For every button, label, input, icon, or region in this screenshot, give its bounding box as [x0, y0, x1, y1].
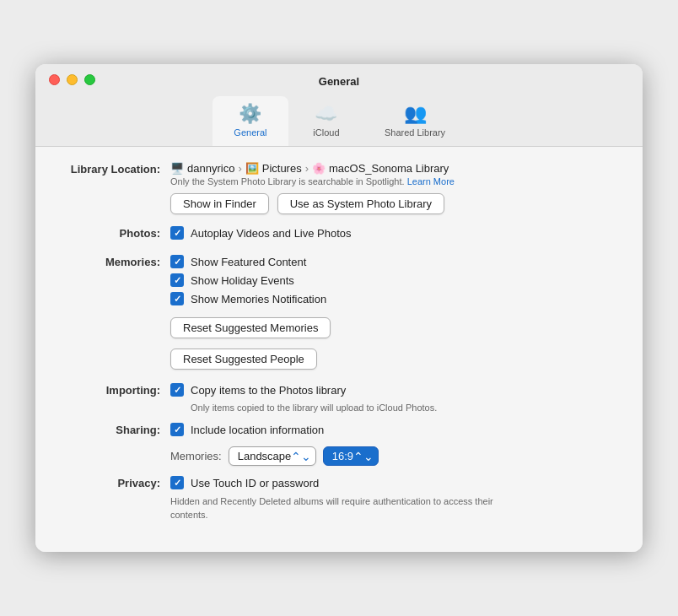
breadcrumb-item-pictures: 🖼️ Pictures	[245, 162, 302, 175]
sharing-memories-sublabel: Memories:	[170, 450, 222, 462]
learn-more-link[interactable]: Learn More	[407, 176, 455, 186]
icloud-icon: ☁️	[315, 103, 337, 125]
sharing-label: Sharing:	[61, 423, 170, 436]
tab-icloud[interactable]: ☁️ iCloud	[288, 96, 364, 146]
holiday-checkbox[interactable]	[170, 273, 184, 287]
library-button-row: Show in Finder Use as System Photo Libra…	[170, 193, 617, 214]
copy-subtext: Only items copied to the library will up…	[191, 403, 617, 413]
photos-content: Autoplay Videos and Live Photos	[170, 226, 617, 245]
sharing-memories-row: Memories: Landscape Portrait Square ⌃⌄ 1…	[170, 446, 617, 466]
shared-library-icon: 👥	[404, 103, 427, 125]
ratio-select[interactable]: 16:9 4:3 1:1	[323, 446, 379, 466]
photos-row: Photos: Autoplay Videos and Live Photos	[61, 226, 617, 245]
tab-general-label: General	[234, 127, 266, 138]
featured-checkbox[interactable]	[170, 255, 184, 268]
location-checkbox-row: Include location information	[170, 423, 617, 436]
breadcrumb: 🖥️ dannyrico › 🖼️ Pictures › 🌸 macOS_Son…	[170, 162, 617, 175]
copy-checkbox-row: Copy items to the Photos library	[170, 383, 617, 397]
featured-label: Show Featured Content	[191, 256, 306, 268]
use-as-system-button[interactable]: Use as System Photo Library	[277, 193, 444, 214]
importing-label: Importing:	[61, 383, 170, 397]
importing-row: Importing: Copy items to the Photos libr…	[61, 383, 617, 413]
notification-checkbox-row: Show Memories Notification	[170, 292, 617, 305]
user-folder-icon: 🖥️	[170, 162, 184, 175]
titlebar: General ⚙️ General ☁️ iCloud 👥 Shared Li…	[35, 64, 643, 147]
library-location-label: Library Location:	[61, 162, 170, 176]
memories-content: Show Featured Content Show Holiday Event…	[170, 255, 617, 373]
window-title: General	[49, 75, 629, 88]
photos-label: Photos:	[61, 226, 170, 240]
featured-checkbox-row: Show Featured Content	[170, 255, 617, 268]
reset-people-button[interactable]: Reset Suggested People	[170, 349, 317, 370]
breadcrumb-library: macOS_Sonoma Library	[329, 162, 449, 175]
memories-label: Memories:	[61, 255, 170, 268]
tab-icloud-label: iCloud	[313, 127, 339, 138]
tab-shared-library-label: Shared Library	[385, 127, 445, 138]
touch-id-label: Use Touch ID or password	[191, 477, 319, 489]
touch-id-subtext: Hidden and Recently Deleted albums will …	[170, 495, 533, 521]
memories-button-row: Reset Suggested Memories	[170, 317, 617, 338]
content-area: Library Location: 🖥️ dannyrico › 🖼️ Pict…	[35, 147, 643, 552]
holiday-checkbox-row: Show Holiday Events	[170, 273, 617, 287]
library-location-content: 🖥️ dannyrico › 🖼️ Pictures › 🌸 macOS_Son…	[170, 162, 617, 218]
general-icon: ⚙️	[239, 103, 261, 125]
privacy-row: Privacy: Use Touch ID or password Hidden…	[61, 476, 617, 521]
autoplay-checkbox-row: Autoplay Videos and Live Photos	[170, 226, 617, 240]
toolbar: ⚙️ General ☁️ iCloud 👥 Shared Library	[213, 96, 465, 146]
sharing-content: Include location information Memories: L…	[170, 423, 617, 466]
location-checkbox[interactable]	[170, 423, 184, 436]
privacy-label: Privacy:	[61, 476, 170, 489]
copy-label: Copy items to the Photos library	[191, 384, 346, 397]
autoplay-label: Autoplay Videos and Live Photos	[191, 227, 352, 240]
people-button-row: Reset Suggested People	[170, 349, 617, 370]
breadcrumb-user: dannyrico	[187, 162, 234, 175]
pictures-folder-icon: 🖼️	[245, 162, 259, 175]
reset-memories-button[interactable]: Reset Suggested Memories	[170, 317, 331, 338]
library-icon: 🌸	[312, 162, 326, 175]
touch-id-checkbox-row: Use Touch ID or password	[170, 476, 617, 489]
importing-content: Copy items to the Photos library Only it…	[170, 383, 617, 413]
orientation-select-wrapper: Landscape Portrait Square ⌃⌄	[229, 446, 316, 466]
location-label: Include location information	[191, 424, 324, 436]
breadcrumb-item-user: 🖥️ dannyrico	[170, 162, 234, 175]
tab-shared-library[interactable]: 👥 Shared Library	[364, 96, 465, 146]
orientation-select[interactable]: Landscape Portrait Square	[229, 446, 316, 466]
autoplay-checkbox[interactable]	[170, 226, 184, 240]
spotlight-note: Only the System Photo Library is searcha…	[170, 176, 617, 186]
show-in-finder-button[interactable]: Show in Finder	[170, 193, 269, 214]
holiday-label: Show Holiday Events	[191, 274, 294, 287]
sharing-row: Sharing: Include location information Me…	[61, 423, 617, 466]
breadcrumb-pictures: Pictures	[262, 162, 302, 175]
privacy-content: Use Touch ID or password Hidden and Rece…	[170, 476, 617, 521]
notification-label: Show Memories Notification	[191, 293, 326, 305]
library-location-row: Library Location: 🖥️ dannyrico › 🖼️ Pict…	[61, 162, 617, 218]
main-window: General ⚙️ General ☁️ iCloud 👥 Shared Li…	[35, 64, 643, 552]
memories-row: Memories: Show Featured Content Show Hol…	[61, 255, 617, 373]
breadcrumb-item-library: 🌸 macOS_Sonoma Library	[312, 162, 449, 175]
notification-checkbox[interactable]	[170, 292, 184, 305]
touch-id-checkbox[interactable]	[170, 476, 184, 489]
tab-general[interactable]: ⚙️ General	[213, 96, 288, 146]
copy-checkbox[interactable]	[170, 383, 184, 397]
ratio-select-wrapper: 16:9 4:3 1:1 ⌃⌄	[323, 446, 379, 466]
